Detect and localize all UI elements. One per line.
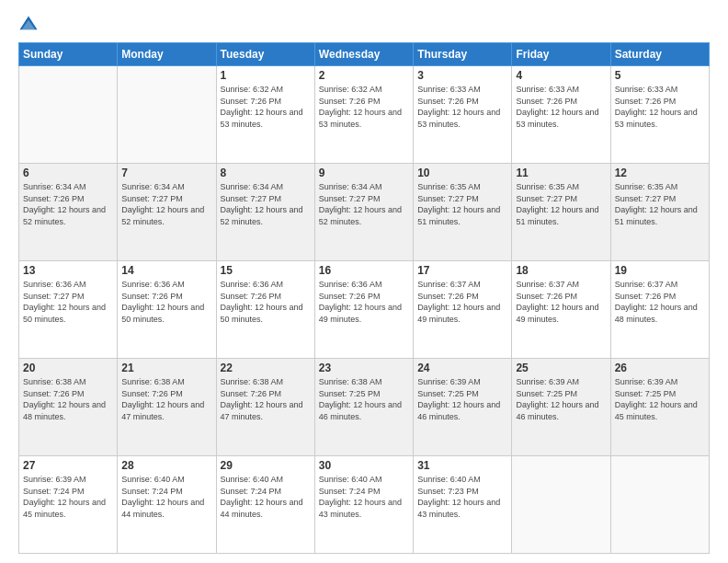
day-number: 14: [121, 264, 211, 277]
calendar-cell: 26Sunrise: 6:39 AM Sunset: 7:25 PM Dayli…: [610, 359, 709, 456]
calendar-cell: 8Sunrise: 6:34 AM Sunset: 7:27 PM Daylig…: [216, 164, 314, 261]
calendar-cell: 9Sunrise: 6:34 AM Sunset: 7:27 PM Daylig…: [314, 164, 413, 261]
day-number: 30: [319, 459, 409, 472]
calendar-cell: 10Sunrise: 6:35 AM Sunset: 7:27 PM Dayli…: [414, 164, 512, 261]
calendar-cell: 21Sunrise: 6:38 AM Sunset: 7:26 PM Dayli…: [118, 359, 216, 456]
calendar-cell: 31Sunrise: 6:40 AM Sunset: 7:23 PM Dayli…: [414, 456, 512, 554]
day-info: Sunrise: 6:40 AM Sunset: 7:24 PM Dayligh…: [319, 474, 409, 520]
day-number: 19: [615, 264, 705, 277]
calendar-day-header: Thursday: [414, 43, 512, 66]
day-info: Sunrise: 6:40 AM Sunset: 7:24 PM Dayligh…: [121, 474, 211, 520]
calendar-cell: 15Sunrise: 6:36 AM Sunset: 7:26 PM Dayli…: [216, 261, 314, 359]
calendar-cell: 12Sunrise: 6:35 AM Sunset: 7:27 PM Dayli…: [610, 164, 709, 261]
calendar-cell: 20Sunrise: 6:38 AM Sunset: 7:26 PM Dayli…: [19, 359, 118, 456]
day-number: 17: [417, 264, 507, 277]
calendar-cell: 27Sunrise: 6:39 AM Sunset: 7:24 PM Dayli…: [19, 456, 118, 554]
day-info: Sunrise: 6:37 AM Sunset: 7:26 PM Dayligh…: [417, 279, 507, 325]
calendar-cell: 25Sunrise: 6:39 AM Sunset: 7:25 PM Dayli…: [512, 359, 610, 456]
calendar-week-row: 27Sunrise: 6:39 AM Sunset: 7:24 PM Dayli…: [19, 456, 710, 554]
day-info: Sunrise: 6:40 AM Sunset: 7:24 PM Dayligh…: [221, 474, 311, 520]
day-number: 2: [319, 69, 409, 82]
day-number: 9: [319, 167, 409, 179]
calendar-cell: 24Sunrise: 6:39 AM Sunset: 7:25 PM Dayli…: [414, 359, 512, 456]
logo: [18, 15, 42, 35]
calendar-cell: [19, 66, 118, 164]
calendar-day-header: Tuesday: [216, 43, 314, 66]
calendar-cell: 5Sunrise: 6:33 AM Sunset: 7:26 PM Daylig…: [610, 66, 709, 164]
day-number: 8: [221, 167, 311, 179]
day-number: 16: [319, 264, 409, 277]
day-info: Sunrise: 6:35 AM Sunset: 7:27 PM Dayligh…: [516, 181, 606, 227]
day-info: Sunrise: 6:32 AM Sunset: 7:26 PM Dayligh…: [221, 84, 311, 130]
day-number: 15: [221, 264, 311, 277]
calendar-cell: 19Sunrise: 6:37 AM Sunset: 7:26 PM Dayli…: [610, 261, 709, 359]
day-number: 18: [516, 264, 606, 277]
day-number: 21: [121, 362, 211, 374]
day-number: 7: [121, 167, 211, 179]
day-info: Sunrise: 6:38 AM Sunset: 7:25 PM Dayligh…: [319, 376, 409, 422]
calendar-cell: 4Sunrise: 6:33 AM Sunset: 7:26 PM Daylig…: [512, 66, 610, 164]
calendar-cell: 18Sunrise: 6:37 AM Sunset: 7:26 PM Dayli…: [512, 261, 610, 359]
day-info: Sunrise: 6:33 AM Sunset: 7:26 PM Dayligh…: [417, 84, 507, 130]
calendar-cell: [610, 456, 709, 554]
day-number: 22: [221, 362, 311, 374]
calendar-week-row: 13Sunrise: 6:36 AM Sunset: 7:27 PM Dayli…: [19, 261, 710, 359]
calendar-day-header: Friday: [512, 43, 610, 66]
day-info: Sunrise: 6:36 AM Sunset: 7:27 PM Dayligh…: [23, 279, 113, 325]
day-number: 5: [615, 69, 705, 82]
day-info: Sunrise: 6:39 AM Sunset: 7:25 PM Dayligh…: [417, 376, 507, 422]
day-info: Sunrise: 6:36 AM Sunset: 7:26 PM Dayligh…: [121, 279, 211, 325]
calendar-day-header: Saturday: [610, 43, 709, 66]
day-info: Sunrise: 6:33 AM Sunset: 7:26 PM Dayligh…: [615, 84, 705, 130]
day-info: Sunrise: 6:34 AM Sunset: 7:27 PM Dayligh…: [221, 181, 311, 227]
day-number: 31: [417, 459, 507, 472]
day-info: Sunrise: 6:38 AM Sunset: 7:26 PM Dayligh…: [221, 376, 311, 422]
calendar-cell: 11Sunrise: 6:35 AM Sunset: 7:27 PM Dayli…: [512, 164, 610, 261]
calendar-cell: [512, 456, 610, 554]
day-info: Sunrise: 6:35 AM Sunset: 7:27 PM Dayligh…: [615, 181, 705, 227]
day-info: Sunrise: 6:38 AM Sunset: 7:26 PM Dayligh…: [23, 376, 113, 422]
day-info: Sunrise: 6:36 AM Sunset: 7:26 PM Dayligh…: [221, 279, 311, 325]
day-info: Sunrise: 6:34 AM Sunset: 7:26 PM Dayligh…: [23, 181, 113, 227]
day-number: 4: [516, 69, 606, 82]
calendar-cell: 14Sunrise: 6:36 AM Sunset: 7:26 PM Dayli…: [118, 261, 216, 359]
day-number: 29: [221, 459, 311, 472]
calendar-day-header: Monday: [118, 43, 216, 66]
day-info: Sunrise: 6:39 AM Sunset: 7:25 PM Dayligh…: [615, 376, 705, 422]
day-info: Sunrise: 6:39 AM Sunset: 7:25 PM Dayligh…: [516, 376, 606, 422]
logo-icon: [18, 15, 39, 35]
calendar-day-header: Sunday: [19, 43, 118, 66]
day-number: 3: [417, 69, 507, 82]
day-info: Sunrise: 6:33 AM Sunset: 7:26 PM Dayligh…: [516, 84, 606, 130]
day-info: Sunrise: 6:37 AM Sunset: 7:26 PM Dayligh…: [516, 279, 606, 325]
day-number: 25: [516, 362, 606, 374]
day-number: 23: [319, 362, 409, 374]
calendar-cell: [118, 66, 216, 164]
day-info: Sunrise: 6:32 AM Sunset: 7:26 PM Dayligh…: [319, 84, 409, 130]
calendar-cell: 1Sunrise: 6:32 AM Sunset: 7:26 PM Daylig…: [216, 66, 314, 164]
calendar-cell: 3Sunrise: 6:33 AM Sunset: 7:26 PM Daylig…: [414, 66, 512, 164]
calendar-week-row: 6Sunrise: 6:34 AM Sunset: 7:26 PM Daylig…: [19, 164, 710, 261]
day-number: 6: [23, 167, 113, 179]
page: SundayMondayTuesdayWednesdayThursdayFrid…: [0, 0, 728, 563]
calendar-cell: 16Sunrise: 6:36 AM Sunset: 7:26 PM Dayli…: [314, 261, 413, 359]
day-number: 24: [417, 362, 507, 374]
calendar-cell: 2Sunrise: 6:32 AM Sunset: 7:26 PM Daylig…: [314, 66, 413, 164]
day-info: Sunrise: 6:35 AM Sunset: 7:27 PM Dayligh…: [417, 181, 507, 227]
day-number: 12: [615, 167, 705, 179]
calendar-week-row: 1Sunrise: 6:32 AM Sunset: 7:26 PM Daylig…: [19, 66, 710, 164]
day-number: 28: [121, 459, 211, 472]
calendar-cell: 6Sunrise: 6:34 AM Sunset: 7:26 PM Daylig…: [19, 164, 118, 261]
calendar-week-row: 20Sunrise: 6:38 AM Sunset: 7:26 PM Dayli…: [19, 359, 710, 456]
calendar-cell: 23Sunrise: 6:38 AM Sunset: 7:25 PM Dayli…: [314, 359, 413, 456]
calendar-cell: 22Sunrise: 6:38 AM Sunset: 7:26 PM Dayli…: [216, 359, 314, 456]
calendar-cell: 30Sunrise: 6:40 AM Sunset: 7:24 PM Dayli…: [314, 456, 413, 554]
header: [18, 15, 710, 35]
calendar-cell: 28Sunrise: 6:40 AM Sunset: 7:24 PM Dayli…: [118, 456, 216, 554]
calendar-day-header: Wednesday: [314, 43, 413, 66]
day-info: Sunrise: 6:40 AM Sunset: 7:23 PM Dayligh…: [417, 474, 507, 520]
day-info: Sunrise: 6:36 AM Sunset: 7:26 PM Dayligh…: [319, 279, 409, 325]
day-number: 11: [516, 167, 606, 179]
day-info: Sunrise: 6:37 AM Sunset: 7:26 PM Dayligh…: [615, 279, 705, 325]
day-number: 27: [23, 459, 113, 472]
